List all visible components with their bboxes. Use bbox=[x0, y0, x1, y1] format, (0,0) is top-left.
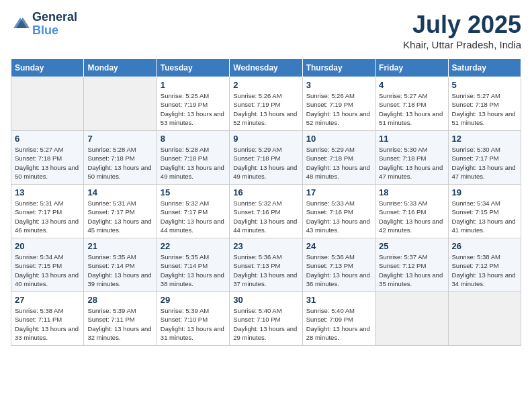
calendar-cell: 7Sunrise: 5:28 AMSunset: 7:18 PMDaylight… bbox=[84, 131, 157, 185]
calendar-cell bbox=[448, 292, 521, 346]
day-info: Sunrise: 5:26 AMSunset: 7:19 PMDaylight:… bbox=[233, 91, 298, 127]
calendar-cell: 17Sunrise: 5:33 AMSunset: 7:16 PMDayligh… bbox=[302, 185, 375, 238]
day-number: 7 bbox=[87, 134, 152, 144]
calendar-cell: 18Sunrise: 5:33 AMSunset: 7:16 PMDayligh… bbox=[375, 185, 448, 238]
calendar-week-row: 1Sunrise: 5:25 AMSunset: 7:19 PMDaylight… bbox=[11, 77, 521, 131]
calendar-cell: 20Sunrise: 5:34 AMSunset: 7:15 PMDayligh… bbox=[11, 238, 84, 292]
day-info: Sunrise: 5:29 AMSunset: 7:18 PMDaylight:… bbox=[233, 145, 298, 181]
calendar-cell: 23Sunrise: 5:36 AMSunset: 7:13 PMDayligh… bbox=[230, 238, 302, 292]
day-info: Sunrise: 5:27 AMSunset: 7:18 PMDaylight:… bbox=[452, 91, 517, 127]
month-title: July 2025 bbox=[403, 11, 521, 39]
day-number: 29 bbox=[161, 295, 226, 305]
day-number: 1 bbox=[161, 80, 226, 90]
day-info: Sunrise: 5:28 AMSunset: 7:18 PMDaylight:… bbox=[161, 145, 226, 181]
day-info: Sunrise: 5:31 AMSunset: 7:17 PMDaylight:… bbox=[15, 199, 80, 234]
day-info: Sunrise: 5:40 AMSunset: 7:10 PMDaylight:… bbox=[233, 306, 298, 342]
day-number: 30 bbox=[233, 295, 298, 305]
logo-icon bbox=[11, 15, 30, 34]
logo-line2: Blue bbox=[32, 24, 77, 38]
weekday-header: Monday bbox=[84, 59, 157, 77]
calendar-week-row: 13Sunrise: 5:31 AMSunset: 7:17 PMDayligh… bbox=[11, 185, 521, 238]
calendar-cell: 11Sunrise: 5:30 AMSunset: 7:18 PMDayligh… bbox=[375, 131, 448, 185]
day-info: Sunrise: 5:40 AMSunset: 7:09 PMDaylight:… bbox=[306, 306, 371, 342]
day-info: Sunrise: 5:38 AMSunset: 7:12 PMDaylight:… bbox=[452, 253, 517, 288]
weekday-header: Wednesday bbox=[230, 59, 302, 77]
calendar-cell: 31Sunrise: 5:40 AMSunset: 7:09 PMDayligh… bbox=[302, 292, 375, 346]
day-info: Sunrise: 5:36 AMSunset: 7:13 PMDaylight:… bbox=[233, 253, 298, 288]
calendar-cell bbox=[84, 77, 157, 131]
day-info: Sunrise: 5:26 AMSunset: 7:19 PMDaylight:… bbox=[306, 91, 371, 127]
day-number: 2 bbox=[233, 80, 298, 90]
weekday-header: Saturday bbox=[448, 59, 521, 77]
calendar-cell: 13Sunrise: 5:31 AMSunset: 7:17 PMDayligh… bbox=[11, 185, 84, 238]
calendar-cell: 19Sunrise: 5:34 AMSunset: 7:15 PMDayligh… bbox=[448, 185, 521, 238]
calendar-week-row: 27Sunrise: 5:38 AMSunset: 7:11 PMDayligh… bbox=[11, 292, 521, 346]
day-number: 31 bbox=[306, 295, 371, 305]
day-info: Sunrise: 5:38 AMSunset: 7:11 PMDaylight:… bbox=[15, 306, 80, 342]
calendar-cell: 10Sunrise: 5:29 AMSunset: 7:18 PMDayligh… bbox=[302, 131, 375, 185]
day-number: 3 bbox=[306, 80, 371, 90]
weekday-header-row: SundayMondayTuesdayWednesdayThursdayFrid… bbox=[11, 59, 521, 77]
day-number: 6 bbox=[15, 134, 80, 144]
day-number: 9 bbox=[233, 134, 298, 144]
calendar-week-row: 20Sunrise: 5:34 AMSunset: 7:15 PMDayligh… bbox=[11, 238, 521, 292]
calendar-cell: 29Sunrise: 5:39 AMSunset: 7:10 PMDayligh… bbox=[157, 292, 229, 346]
calendar-cell: 22Sunrise: 5:35 AMSunset: 7:14 PMDayligh… bbox=[157, 238, 229, 292]
day-number: 27 bbox=[15, 295, 80, 305]
day-number: 11 bbox=[379, 134, 444, 144]
calendar-cell: 30Sunrise: 5:40 AMSunset: 7:10 PMDayligh… bbox=[230, 292, 302, 346]
calendar-cell: 4Sunrise: 5:27 AMSunset: 7:18 PMDaylight… bbox=[375, 77, 448, 131]
day-info: Sunrise: 5:33 AMSunset: 7:16 PMDaylight:… bbox=[379, 199, 444, 234]
calendar-cell: 28Sunrise: 5:39 AMSunset: 7:11 PMDayligh… bbox=[84, 292, 157, 346]
calendar-table: SundayMondayTuesdayWednesdayThursdayFrid… bbox=[11, 58, 521, 346]
logo: General Blue bbox=[11, 11, 77, 38]
day-info: Sunrise: 5:39 AMSunset: 7:11 PMDaylight:… bbox=[87, 306, 152, 342]
calendar-cell: 16Sunrise: 5:32 AMSunset: 7:16 PMDayligh… bbox=[230, 185, 302, 238]
weekday-header: Thursday bbox=[302, 59, 375, 77]
day-number: 22 bbox=[161, 241, 226, 251]
calendar-cell: 8Sunrise: 5:28 AMSunset: 7:18 PMDaylight… bbox=[157, 131, 229, 185]
day-number: 17 bbox=[306, 187, 371, 197]
day-info: Sunrise: 5:33 AMSunset: 7:16 PMDaylight:… bbox=[306, 199, 371, 234]
calendar-cell: 24Sunrise: 5:36 AMSunset: 7:13 PMDayligh… bbox=[302, 238, 375, 292]
day-info: Sunrise: 5:34 AMSunset: 7:15 PMDaylight:… bbox=[15, 253, 80, 288]
day-number: 24 bbox=[306, 241, 371, 251]
calendar-cell: 3Sunrise: 5:26 AMSunset: 7:19 PMDaylight… bbox=[302, 77, 375, 131]
day-number: 12 bbox=[452, 134, 517, 144]
day-info: Sunrise: 5:30 AMSunset: 7:18 PMDaylight:… bbox=[379, 145, 444, 181]
day-number: 18 bbox=[379, 187, 444, 197]
day-number: 28 bbox=[87, 295, 152, 305]
day-number: 10 bbox=[306, 134, 371, 144]
day-number: 23 bbox=[233, 241, 298, 251]
day-info: Sunrise: 5:36 AMSunset: 7:13 PMDaylight:… bbox=[306, 253, 371, 288]
day-info: Sunrise: 5:25 AMSunset: 7:19 PMDaylight:… bbox=[161, 91, 226, 127]
weekday-header: Tuesday bbox=[157, 59, 229, 77]
day-info: Sunrise: 5:34 AMSunset: 7:15 PMDaylight:… bbox=[452, 199, 517, 234]
calendar-cell: 5Sunrise: 5:27 AMSunset: 7:18 PMDaylight… bbox=[448, 77, 521, 131]
calendar-cell: 25Sunrise: 5:37 AMSunset: 7:12 PMDayligh… bbox=[375, 238, 448, 292]
day-info: Sunrise: 5:39 AMSunset: 7:10 PMDaylight:… bbox=[161, 306, 226, 342]
day-number: 15 bbox=[161, 187, 226, 197]
calendar-cell: 9Sunrise: 5:29 AMSunset: 7:18 PMDaylight… bbox=[230, 131, 302, 185]
day-info: Sunrise: 5:35 AMSunset: 7:14 PMDaylight:… bbox=[87, 253, 152, 288]
calendar-cell: 14Sunrise: 5:31 AMSunset: 7:17 PMDayligh… bbox=[84, 185, 157, 238]
day-info: Sunrise: 5:27 AMSunset: 7:18 PMDaylight:… bbox=[15, 145, 80, 181]
calendar-cell: 26Sunrise: 5:38 AMSunset: 7:12 PMDayligh… bbox=[448, 238, 521, 292]
day-info: Sunrise: 5:32 AMSunset: 7:16 PMDaylight:… bbox=[233, 199, 298, 234]
calendar-cell: 27Sunrise: 5:38 AMSunset: 7:11 PMDayligh… bbox=[11, 292, 84, 346]
day-info: Sunrise: 5:27 AMSunset: 7:18 PMDaylight:… bbox=[379, 91, 444, 127]
day-number: 5 bbox=[452, 80, 517, 90]
location: Khair, Uttar Pradesh, India bbox=[403, 39, 521, 50]
day-number: 13 bbox=[15, 187, 80, 197]
day-number: 8 bbox=[161, 134, 226, 144]
day-info: Sunrise: 5:35 AMSunset: 7:14 PMDaylight:… bbox=[161, 253, 226, 288]
day-info: Sunrise: 5:32 AMSunset: 7:17 PMDaylight:… bbox=[161, 199, 226, 234]
weekday-header: Friday bbox=[375, 59, 448, 77]
day-number: 26 bbox=[452, 241, 517, 251]
weekday-header: Sunday bbox=[11, 59, 84, 77]
calendar-cell bbox=[375, 292, 448, 346]
day-info: Sunrise: 5:37 AMSunset: 7:12 PMDaylight:… bbox=[379, 253, 444, 288]
day-number: 21 bbox=[87, 241, 152, 251]
day-number: 19 bbox=[452, 187, 517, 197]
calendar-cell bbox=[11, 77, 84, 131]
